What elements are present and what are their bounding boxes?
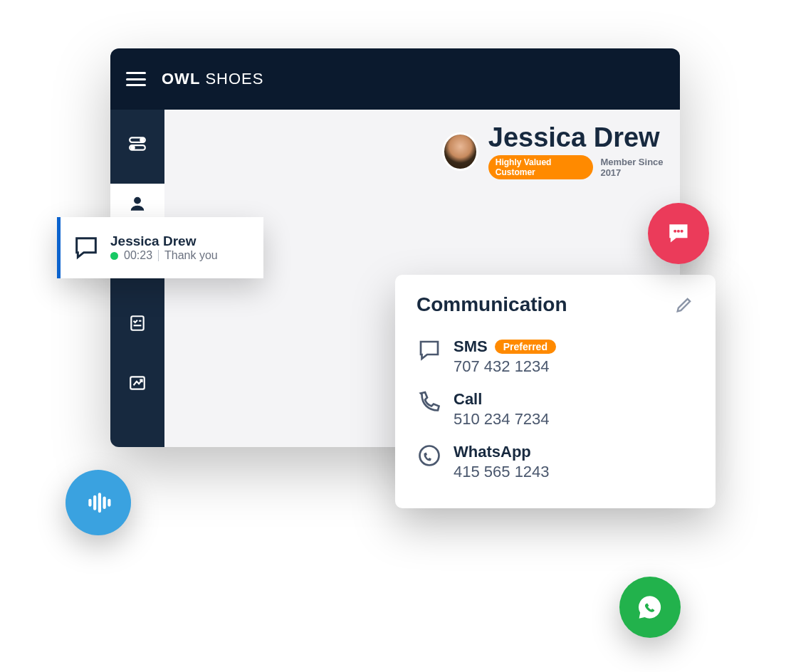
top-bar: OWL SHOES [110,48,680,110]
comm-row-whatsapp[interactable]: WhatsApp 415 565 1243 [416,436,694,488]
comm-label-sms: SMS [454,337,488,356]
status-dot [110,252,118,260]
comm-row-call[interactable]: Call 510 234 7234 [416,383,694,436]
communication-panel: Communication SMS Preferred 707 432 1234 [395,275,716,508]
customer-avatar [442,132,478,171]
conversation-time: 00:23 [124,249,152,262]
toggles-icon [128,135,147,153]
comm-value-whatsapp: 415 565 1243 [454,463,550,481]
svg-point-1 [140,138,143,141]
brand-name: OWL SHOES [162,70,263,88]
sidebar-item-checklist[interactable] [110,303,164,343]
svg-point-14 [674,230,676,233]
svg-point-16 [681,230,683,233]
comm-value-sms: 707 432 1234 [454,357,556,376]
customer-badge: Highly Valued Customer [488,155,594,179]
customer-name: Jessica Drew [488,124,680,151]
svg-point-15 [677,230,680,233]
comm-label-whatsapp: WhatsApp [454,443,531,461]
svg-point-3 [131,146,134,149]
sidebar-item-toggles[interactable] [110,124,164,164]
conversation-name: Jessica Drew [110,233,218,249]
menu-icon[interactable] [126,72,146,86]
chat-bubble-float[interactable] [648,203,709,264]
conversation-preview: Thank you [164,249,218,262]
svg-point-13 [420,446,439,466]
chart-icon [128,374,147,392]
conversation-meta: 00:23 Thank you [110,249,218,262]
person-icon [128,194,147,213]
conversation-card[interactable]: Jessica Drew 00:23 Thank you [57,217,263,278]
whatsapp-bubble-float[interactable] [619,577,681,638]
checklist-icon [128,314,147,332]
comm-row-sms[interactable]: SMS Preferred 707 432 1234 [416,330,694,383]
member-since: Member Since 2017 [600,157,680,178]
svg-point-4 [135,197,141,204]
voice-bubble-float[interactable] [66,470,131,535]
sidebar [110,110,164,447]
phone-icon [416,390,442,416]
whatsapp-icon [416,443,442,468]
comm-label-call: Call [454,390,482,409]
customer-header: Jessica Drew Highly Valued Customer Memb… [442,124,680,179]
chat-bubble-icon [72,233,100,262]
sms-icon [416,337,442,363]
preferred-badge: Preferred [495,340,556,354]
edit-button[interactable] [674,295,694,315]
communication-title: Communication [416,293,567,316]
comm-value-call: 510 234 7234 [454,410,550,429]
sidebar-item-chart[interactable] [110,363,164,403]
svg-rect-9 [131,316,143,330]
